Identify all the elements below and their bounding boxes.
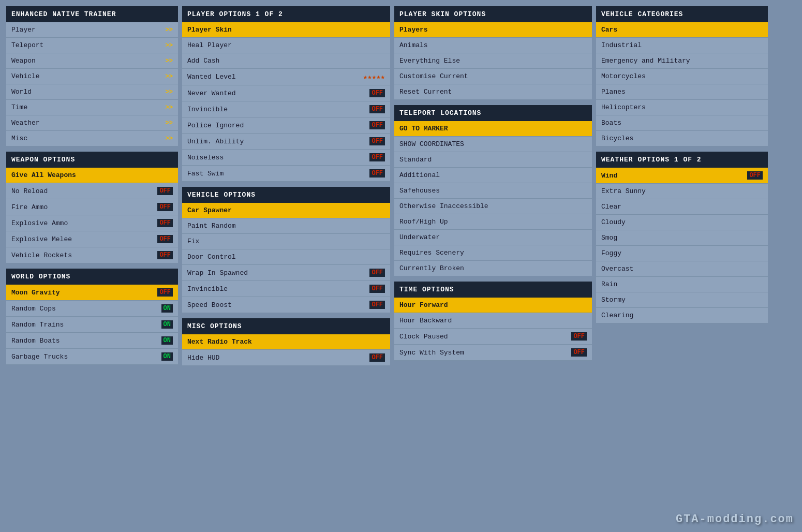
wrap-in-spawned-item[interactable]: Wrap In Spawned OFF bbox=[182, 265, 390, 281]
players-skin-item[interactable]: Players >> bbox=[394, 22, 592, 38]
random-cops-item[interactable]: Random Cops ON bbox=[6, 301, 178, 317]
go-to-marker-item[interactable]: GO TO MARKER bbox=[394, 121, 592, 137]
wanted-level-item[interactable]: Wanted Level ★★★★★ bbox=[182, 69, 390, 85]
clearing-item[interactable]: Clearing bbox=[596, 308, 768, 323]
weapon-panel: Give All Weapons >> No Reload OFF Fire A… bbox=[6, 168, 178, 263]
misc-opts-header: MISC OPTIONS bbox=[182, 318, 390, 334]
list-item[interactable]: Time >> bbox=[6, 100, 178, 115]
requires-scenery-item[interactable]: Requires Scenery bbox=[394, 245, 592, 261]
never-wanted-item[interactable]: Never Wanted OFF bbox=[182, 85, 390, 101]
list-item[interactable]: Misc >> bbox=[6, 131, 178, 146]
roof-high-up-item[interactable]: Roof/High Up bbox=[394, 214, 592, 230]
vehicle-cats-header: VEHICLE CATEGORIES bbox=[596, 6, 768, 22]
cars-item[interactable]: Cars >> bbox=[596, 22, 768, 38]
list-item[interactable]: Weapon >> bbox=[6, 53, 178, 69]
hour-forward-item[interactable]: Hour Forward bbox=[394, 298, 592, 313]
column-3: PLAYER SKIN OPTIONS Players >> Animals E… bbox=[392, 4, 594, 368]
stormy-item[interactable]: Stormy bbox=[596, 292, 768, 308]
list-item[interactable]: Teleport >> bbox=[6, 38, 178, 53]
random-trains-item[interactable]: Random Trains ON bbox=[6, 317, 178, 333]
underwater-item[interactable]: Underwater bbox=[394, 230, 592, 245]
standard-item[interactable]: Standard bbox=[394, 152, 592, 168]
player-opts-panel: Player Skin >> Heal Player Add Cash Want… bbox=[182, 22, 390, 182]
ent-panel: Player >> Teleport >> Weapon >> Vehicle … bbox=[6, 22, 178, 146]
add-cash-item[interactable]: Add Cash bbox=[182, 53, 390, 69]
bicycles-item[interactable]: Bicycles bbox=[596, 131, 768, 146]
unlim-ability-item[interactable]: Unlim. Ability OFF bbox=[182, 134, 390, 150]
sync-with-system-item[interactable]: Sync With System OFF bbox=[394, 345, 592, 361]
weapon-header: WEAPON OPTIONS bbox=[6, 152, 178, 168]
police-ignored-item[interactable]: Police Ignored OFF bbox=[182, 117, 390, 134]
give-all-weapons-item[interactable]: Give All Weapons >> bbox=[6, 168, 178, 183]
explosive-ammo-item[interactable]: Explosive Ammo OFF bbox=[6, 215, 178, 231]
time-opts-panel: Hour Forward Hour Backward Clock Paused … bbox=[394, 298, 592, 361]
safehouses-item[interactable]: Safehouses bbox=[394, 183, 592, 199]
speed-boost-item[interactable]: Speed Boost OFF bbox=[182, 297, 390, 313]
player-opts-header: PLAYER OPTIONS 1 OF 2 bbox=[182, 6, 390, 22]
heal-player-item[interactable]: Heal Player bbox=[182, 38, 390, 53]
rain-item[interactable]: Rain bbox=[596, 277, 768, 292]
boats-item[interactable]: Boats bbox=[596, 115, 768, 131]
weather-opts-panel: Wind OFF Extra Sunny Clear Cloudy Smog F… bbox=[596, 168, 768, 323]
skin-opts-panel: Players >> Animals Everything Else Custo… bbox=[394, 22, 592, 100]
next-radio-track-item[interactable]: Next Radio Track >> bbox=[182, 334, 390, 350]
helicopters-item[interactable]: Helicopters bbox=[596, 100, 768, 115]
moon-gravity-item[interactable]: Moon Gravity OFF bbox=[6, 285, 178, 301]
currently-broken-item[interactable]: Currently Broken bbox=[394, 261, 592, 276]
cloudy-item[interactable]: Cloudy bbox=[596, 215, 768, 230]
paint-random-item[interactable]: Paint Random bbox=[182, 218, 390, 234]
time-opts-header: TIME OPTIONS bbox=[394, 282, 592, 298]
player-skin-item[interactable]: Player Skin >> bbox=[182, 22, 390, 38]
vehicle-rockets-item[interactable]: Vehicle Rockets OFF bbox=[6, 247, 178, 263]
vehicle-opts-header: VEHICLE OPTIONS bbox=[182, 187, 390, 203]
list-item[interactable]: Weather >> bbox=[6, 115, 178, 131]
hide-hud-item[interactable]: Hide HUD OFF bbox=[182, 350, 390, 366]
list-item[interactable]: World >> bbox=[6, 84, 178, 100]
fast-swim-item[interactable]: Fast Swim OFF bbox=[182, 166, 390, 182]
fix-item[interactable]: Fix bbox=[182, 234, 390, 249]
motorcycles-item[interactable]: Motorcycles bbox=[596, 69, 768, 84]
explosive-melee-item[interactable]: Explosive Melee OFF bbox=[6, 231, 178, 247]
overcast-item[interactable]: Overcast bbox=[596, 261, 768, 277]
vehicle-cats-panel: Cars >> Industrial Emergency and Militar… bbox=[596, 22, 768, 146]
clear-item[interactable]: Clear bbox=[596, 199, 768, 215]
column-1: ENHANCED NATIVE TRAINER Player >> Telepo… bbox=[4, 4, 180, 368]
smog-item[interactable]: Smog bbox=[596, 230, 768, 246]
planes-item[interactable]: Planes bbox=[596, 84, 768, 100]
no-reload-item[interactable]: No Reload OFF bbox=[6, 183, 178, 199]
wind-item[interactable]: Wind OFF bbox=[596, 168, 768, 184]
misc-opts-panel: Next Radio Track >> Hide HUD OFF bbox=[182, 334, 390, 366]
animals-item[interactable]: Animals bbox=[394, 38, 592, 53]
column-4: VEHICLE CATEGORIES Cars >> Industrial Em… bbox=[594, 4, 770, 368]
car-spawner-item[interactable]: Car Spawner >> bbox=[182, 203, 390, 218]
extra-sunny-item[interactable]: Extra Sunny bbox=[596, 184, 768, 199]
otherwise-inaccessible-item[interactable]: Otherwise Inaccessible bbox=[394, 199, 592, 214]
invincible-player-item[interactable]: Invincible OFF bbox=[182, 101, 390, 117]
watermark: GTA-modding.com bbox=[676, 513, 794, 526]
customise-current-item[interactable]: Customise Current bbox=[394, 69, 592, 84]
random-boats-item[interactable]: Random Boats ON bbox=[6, 333, 178, 349]
noiseless-item[interactable]: Noiseless OFF bbox=[182, 150, 390, 166]
world-header: WORLD OPTIONS bbox=[6, 269, 178, 285]
vehicle-opts-panel: Car Spawner >> Paint Random Fix Door Con… bbox=[182, 203, 390, 313]
industrial-item[interactable]: Industrial bbox=[596, 38, 768, 53]
invincible-vehicle-item[interactable]: Invincible OFF bbox=[182, 281, 390, 297]
additional-item[interactable]: Additional bbox=[394, 168, 592, 183]
foggy-item[interactable]: Foggy bbox=[596, 246, 768, 261]
garbage-trucks-item[interactable]: Garbage Trucks ON bbox=[6, 349, 178, 365]
world-panel: Moon Gravity OFF Random Cops ON Random T… bbox=[6, 285, 178, 365]
weather-opts-header: WEATHER OPTIONS 1 OF 2 bbox=[596, 152, 768, 168]
list-item[interactable]: Player >> bbox=[6, 22, 178, 38]
clock-paused-item[interactable]: Clock Paused OFF bbox=[394, 329, 592, 345]
skin-opts-header: PLAYER SKIN OPTIONS bbox=[394, 6, 592, 22]
show-coordinates-item[interactable]: SHOW COORDINATES bbox=[394, 137, 592, 152]
everything-else-item[interactable]: Everything Else bbox=[394, 53, 592, 69]
fire-ammo-item[interactable]: Fire Ammo OFF bbox=[6, 199, 178, 215]
teleport-panel: GO TO MARKER SHOW COORDINATES Standard A… bbox=[394, 121, 592, 276]
ent-header: ENHANCED NATIVE TRAINER bbox=[6, 6, 178, 22]
reset-current-item[interactable]: Reset Current bbox=[394, 84, 592, 100]
list-item[interactable]: Vehicle >> bbox=[6, 69, 178, 84]
door-control-item[interactable]: Door Control bbox=[182, 249, 390, 265]
emergency-military-item[interactable]: Emergency and Military bbox=[596, 53, 768, 69]
hour-backward-item[interactable]: Hour Backward bbox=[394, 313, 592, 329]
